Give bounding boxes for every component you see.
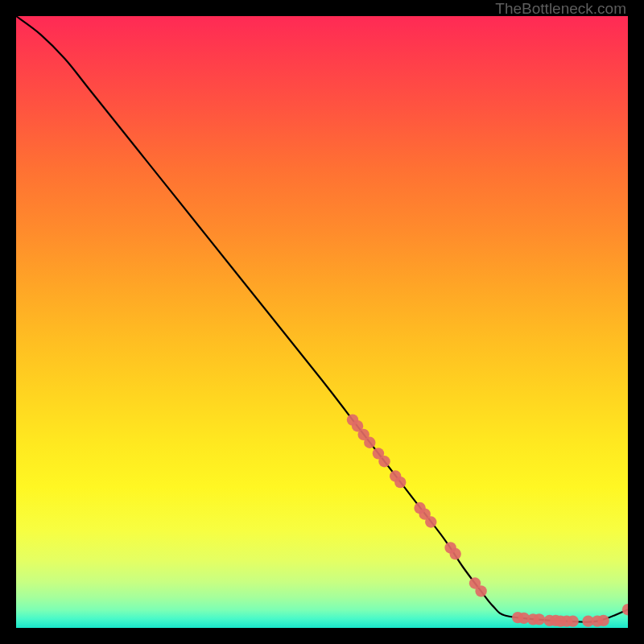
data-marker xyxy=(394,477,406,488)
plot-area xyxy=(16,16,628,628)
watermark-label: TheBottleneck.com xyxy=(495,0,626,18)
curve-line xyxy=(16,16,628,622)
data-marker xyxy=(449,548,460,559)
data-marker xyxy=(378,456,390,467)
data-marker xyxy=(475,585,486,597)
data-marker xyxy=(567,615,578,626)
chart-svg xyxy=(16,16,628,628)
data-marker xyxy=(534,613,545,625)
data-marker xyxy=(364,437,375,448)
data-marker xyxy=(425,516,436,527)
chart-container: TheBottleneck.com xyxy=(0,0,644,644)
data-marker xyxy=(597,615,609,626)
data-marker xyxy=(622,604,628,615)
markers-group xyxy=(347,414,628,626)
